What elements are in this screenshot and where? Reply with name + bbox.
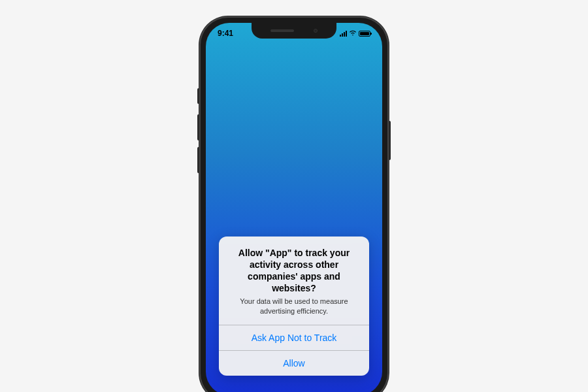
- status-indicators: [331, 30, 370, 37]
- dialog-title: Allow "App" to track your activity acros…: [228, 247, 360, 295]
- battery-icon: [359, 31, 370, 37]
- ask-not-to-track-button[interactable]: Ask App Not to Track: [219, 325, 369, 350]
- volume-down-button: [197, 147, 199, 173]
- allow-button[interactable]: Allow: [219, 350, 369, 376]
- status-time: 9:41: [218, 29, 250, 38]
- dialog-message: Your data will be used to measure advert…: [228, 297, 360, 316]
- phone-device-frame: 9:41 Allow "App": [199, 16, 389, 392]
- volume-up-button: [197, 114, 199, 140]
- speaker-grille: [270, 29, 294, 32]
- front-camera: [314, 29, 318, 33]
- device-notch: [252, 23, 336, 39]
- mute-switch: [197, 88, 199, 104]
- tracking-permission-dialog: Allow "App" to track your activity acros…: [219, 237, 369, 376]
- cellular-signal-icon: [340, 31, 347, 37]
- phone-screen: 9:41 Allow "App": [206, 23, 382, 392]
- power-button: [389, 121, 391, 160]
- dialog-content: Allow "App" to track your activity acros…: [219, 237, 369, 325]
- wifi-icon: [349, 30, 357, 37]
